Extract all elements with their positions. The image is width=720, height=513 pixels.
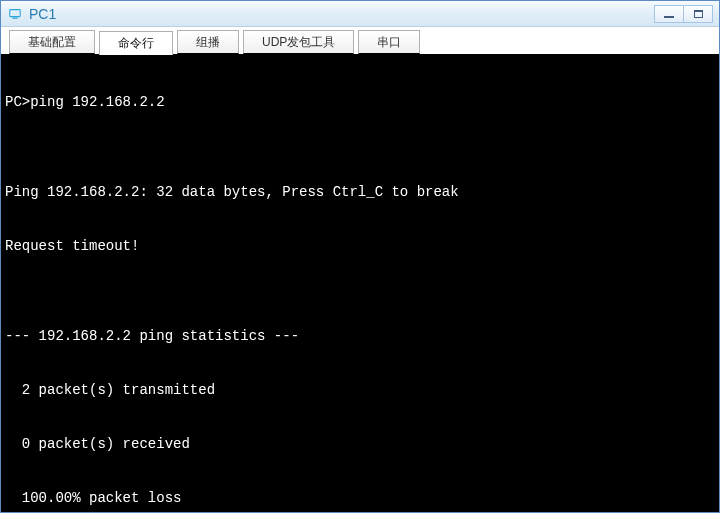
terminal-line: Request timeout!	[5, 237, 715, 255]
window-title: PC1	[29, 6, 655, 22]
tab-label: 组播	[196, 34, 220, 51]
terminal-line: 100.00% packet loss	[5, 489, 715, 507]
tab-label: 串口	[377, 34, 401, 51]
tab-udp-tool[interactable]: UDP发包工具	[243, 30, 354, 54]
maximize-button[interactable]	[683, 5, 713, 23]
tab-serial[interactable]: 串口	[358, 30, 420, 54]
tabbar: 基础配置 命令行 组播 UDP发包工具 串口	[1, 27, 719, 55]
tab-basic-config[interactable]: 基础配置	[9, 30, 95, 54]
terminal-line: --- 192.168.2.2 ping statistics ---	[5, 327, 715, 345]
app-icon	[7, 6, 23, 22]
terminal-line: 2 packet(s) transmitted	[5, 381, 715, 399]
svg-rect-1	[12, 17, 17, 18]
tab-command-line[interactable]: 命令行	[99, 31, 173, 55]
tab-label: 命令行	[118, 35, 154, 52]
svg-rect-0	[10, 9, 21, 16]
minimize-button[interactable]	[654, 5, 684, 23]
window-controls	[655, 5, 713, 23]
terminal-line: PC>ping 192.168.2.2	[5, 93, 715, 111]
app-window: PC1 基础配置 命令行 组播 UDP发包工具 串口 PC>ping 192.1…	[0, 0, 720, 513]
titlebar: PC1	[1, 1, 719, 27]
terminal-output[interactable]: PC>ping 192.168.2.2 Ping 192.168.2.2: 32…	[1, 55, 719, 512]
terminal-line: Ping 192.168.2.2: 32 data bytes, Press C…	[5, 183, 715, 201]
tab-multicast[interactable]: 组播	[177, 30, 239, 54]
tab-label: UDP发包工具	[262, 34, 335, 51]
terminal-line: 0 packet(s) received	[5, 435, 715, 453]
tab-label: 基础配置	[28, 34, 76, 51]
